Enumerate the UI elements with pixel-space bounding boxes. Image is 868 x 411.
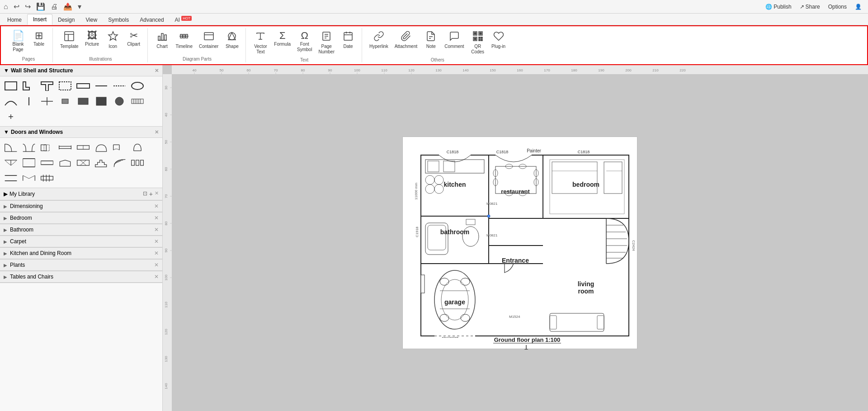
floor-plan[interactable]: Painter C1818 C1818 C1818 [402,137,637,349]
fence[interactable] [39,171,55,185]
shape-filled-rect-sm[interactable] [57,94,73,108]
comment-btn[interactable]: Comment [442,29,467,51]
page-number-btn[interactable]: PageNumber [316,29,337,57]
shape-wide-rect[interactable] [75,79,91,93]
container-btn[interactable]: Container [196,29,221,51]
carpet-close[interactable]: ✕ [154,238,159,245]
window-simple[interactable] [57,141,73,154]
tab-advanced[interactable]: Advanced [134,15,169,25]
my-library-close-icon[interactable]: ✕ [155,190,159,198]
door-round[interactable] [129,141,146,154]
attachment-btn[interactable]: Attachment [392,29,420,51]
canvas-content[interactable]: Painter C1818 C1818 C1818 [172,74,868,411]
more-icon[interactable]: ▾ [78,2,81,11]
font-symbol-btn[interactable]: Ω FontSymbol [294,29,315,54]
redo-icon[interactable]: ↪ [25,2,31,11]
category-bedroom[interactable]: ▶ Bedroom ✕ [0,213,162,224]
door-gate[interactable] [21,171,37,185]
undo-icon[interactable]: ↩ [14,2,19,11]
options-btn[interactable]: Options [826,3,849,11]
tab-home[interactable]: Home [2,15,27,25]
my-library-add-icon[interactable]: + [149,190,153,198]
door-swing[interactable] [21,156,37,170]
wall-shell-close-icon[interactable]: ✕ [155,68,159,74]
tab-ai[interactable]: AI HOT [170,14,198,25]
dimensioning-close[interactable]: ✕ [154,203,159,209]
tab-symbols[interactable]: Symbols [103,15,134,25]
table-btn[interactable]: ⊞ Table [29,29,49,49]
door-single[interactable] [3,141,19,154]
shape-line-v[interactable] [21,94,37,108]
chart-btn[interactable]: Chart [152,29,172,51]
hyperlink-btn[interactable]: Hyperlink [367,29,391,51]
shape-line-dash[interactable] [111,79,127,93]
category-bathroom[interactable]: ▶ Bathroom ✕ [0,224,162,236]
door-double[interactable] [21,141,37,154]
shape-line-h[interactable] [93,79,109,93]
template-btn[interactable]: Template [57,29,81,51]
doors-windows-header[interactable]: ▼ Doors and Windows ✕ [0,127,162,138]
shape-btn[interactable]: Shape [222,29,242,51]
publish-btn[interactable]: 🌐 Publish [763,3,794,11]
formula-btn[interactable]: Σ Formula [271,29,293,49]
door-arc-pair[interactable] [93,141,109,154]
bathroom-close[interactable]: ✕ [154,227,159,233]
shape-plus[interactable] [3,110,19,123]
door-bifold[interactable] [3,156,19,170]
category-kitchen[interactable]: ▶ Kitchen and Dining Room ✕ [0,248,162,259]
door-barn[interactable] [75,156,91,170]
category-plants[interactable]: ▶ Plants ✕ [0,260,162,271]
tab-view[interactable]: View [80,15,103,25]
shape-rect[interactable] [3,79,19,93]
icon-btn[interactable]: Icon [103,29,123,51]
tables-chairs-close[interactable]: ✕ [154,274,159,280]
vector-text-btn[interactable]: VectorText [250,29,270,57]
window-double[interactable] [75,141,91,154]
date-btn[interactable]: Date [338,29,358,51]
category-tables-chairs[interactable]: ▶ Tables and Chairs ✕ [0,271,162,283]
export-icon[interactable]: 📤 [63,2,72,11]
shape-filled-rect-lg[interactable] [75,94,91,108]
blank-page-btn[interactable]: 📄 BlankPage [8,29,28,54]
multiple-doors[interactable] [129,156,146,170]
timeline-btn[interactable]: Timeline [173,29,195,51]
door-type3[interactable] [39,156,55,170]
tab-insert[interactable]: Insert [27,14,52,25]
tab-design[interactable]: Design [52,15,80,25]
shape-filled-sq[interactable] [93,94,109,108]
category-dimensioning[interactable]: ▶ Dimensioning ✕ [0,201,162,212]
my-library-expand-icon[interactable]: ⊡ [143,190,147,198]
shape-cross[interactable] [39,94,55,108]
note-btn[interactable]: Note [421,29,441,51]
category-carpet[interactable]: ▶ Carpet ✕ [0,236,162,247]
shape-rect-dash[interactable] [57,79,73,93]
user-btn[interactable]: 👤 [852,3,864,11]
curved-stair[interactable] [111,156,127,170]
plugin-btn[interactable]: Plug-in [489,29,509,51]
door-sliding[interactable] [39,141,55,154]
canvas-area[interactable]: 40 50 60 70 80 90 100 110 120 130 140 15… [163,65,868,411]
share-btn[interactable]: ↗ Share [797,3,823,11]
print-icon[interactable]: 🖨 [51,3,58,11]
wall-shell-header[interactable]: ▼ Wall Shell and Structure ✕ [0,65,162,76]
shape-circle-filled[interactable] [111,94,127,108]
shape-arc[interactable] [3,94,19,108]
qr-codes-btn[interactable]: QRCodes [468,29,488,57]
stair-shape[interactable] [93,156,109,170]
shape-oval[interactable] [129,79,146,93]
door-fold[interactable] [111,141,127,154]
doors-windows-close-icon[interactable]: ✕ [155,129,159,135]
home-icon[interactable]: ⌂ [4,3,8,11]
shape-striped[interactable] [129,94,146,108]
my-library-header[interactable]: ▶ My Library ⊡ + ✕ [0,188,162,200]
save-icon[interactable]: 💾 [36,2,45,11]
shape-l-shape[interactable] [21,79,37,93]
door-pivot[interactable] [3,171,19,185]
bedroom-close[interactable]: ✕ [154,215,159,221]
window-bay[interactable] [57,156,73,170]
plants-close[interactable]: ✕ [154,262,159,268]
picture-btn[interactable]: 🖼 Picture [82,29,102,49]
kitchen-close[interactable]: ✕ [154,250,159,256]
shape-t-shape[interactable] [39,79,55,93]
clipart-btn[interactable]: ✂ Clipart [124,29,144,49]
